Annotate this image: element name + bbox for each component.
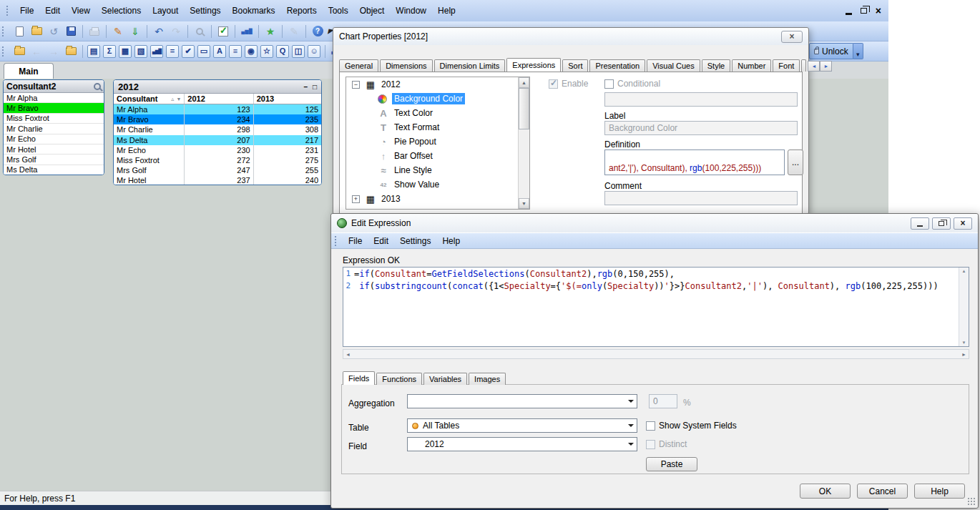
menu-item-reports[interactable]: Reports <box>281 4 323 18</box>
table-cell[interactable]: 235 <box>254 114 321 124</box>
menu-item-edit[interactable]: Edit <box>39 4 66 18</box>
save-icon[interactable] <box>63 24 79 39</box>
dropdown-arrow-icon[interactable] <box>624 395 637 408</box>
table-cell[interactable]: 217 <box>254 135 321 145</box>
tab-images[interactable]: Images <box>469 373 506 385</box>
tab-general[interactable]: General <box>339 59 378 72</box>
bookmark-star-icon[interactable]: ★ <box>263 24 278 39</box>
menu-item-file[interactable]: File <box>343 234 368 248</box>
aggregation-combo[interactable] <box>407 394 637 408</box>
edit-layout-icon[interactable]: ✎ <box>110 24 126 39</box>
close-window-icon[interactable]: × <box>876 6 881 15</box>
tree-item-bar-offset[interactable]: ↑Bar Offset <box>346 149 529 163</box>
minimize-window-icon[interactable] <box>846 13 852 15</box>
tab-fields[interactable]: Fields <box>343 371 375 385</box>
table-cell[interactable]: 308 <box>254 124 321 134</box>
help-icon[interactable]: ? <box>310 24 325 39</box>
quick-chart-wizard-icon[interactable]: ▄▆█ <box>239 24 255 39</box>
enable-checkbox[interactable]: Enable <box>549 79 588 89</box>
tab-variables[interactable]: Variables <box>423 373 467 385</box>
listbox-item-mrs-golf[interactable]: Mrs Golf <box>4 155 104 165</box>
table-cell[interactable]: 247 <box>185 165 253 175</box>
restore-window-icon[interactable] <box>861 8 867 14</box>
tab-style[interactable]: Style <box>702 59 730 72</box>
expression-editor[interactable]: 1=if(Consultant=GetFieldSelections(Consu… <box>343 267 969 347</box>
chart-properties-title-bar[interactable]: Chart Properties [2012] × <box>333 28 808 45</box>
tree-expander-icon[interactable]: − <box>352 81 360 89</box>
create-current-selections-box-icon[interactable]: ✔ <box>181 44 195 59</box>
table-cell[interactable]: 234 <box>185 114 253 124</box>
column-dropdown-icon[interactable]: ▼ <box>176 97 181 102</box>
table-cell[interactable]: Mr Hotel <box>114 175 185 185</box>
sheet-tab-main[interactable]: Main <box>4 63 54 79</box>
menu-item-help[interactable]: Help <box>432 4 461 18</box>
listbox-item-mr-bravo[interactable]: Mr Bravo <box>4 103 104 113</box>
table-row-miss-foxtrot[interactable]: Miss Foxtrot272275 <box>114 155 321 165</box>
table-cell[interactable]: Ms Delta <box>114 135 185 145</box>
export-icon[interactable]: ⇓ <box>127 24 143 39</box>
paste-button[interactable]: Paste <box>646 457 697 471</box>
tree-node-2013[interactable]: +▦2013 <box>346 192 529 206</box>
conditional-checkbox[interactable]: Conditional <box>604 79 660 89</box>
definition-ellipsis-button[interactable]: ... <box>788 149 803 175</box>
scroll-up-icon[interactable]: ▲ <box>519 77 529 88</box>
tab-scroll-right-icon[interactable]: ► <box>820 61 832 72</box>
dialog-close-button[interactable]: × <box>781 31 803 43</box>
column-header-2013[interactable]: 2013 <box>254 94 321 104</box>
resize-grip[interactable] <box>967 497 976 506</box>
table-cell[interactable]: 123 <box>185 104 253 114</box>
table-cell[interactable]: 125 <box>254 104 321 114</box>
table-cell[interactable]: Miss Foxtrot <box>114 155 185 165</box>
comment-field[interactable] <box>604 191 798 205</box>
create-table-box-icon[interactable]: ▦ <box>118 44 132 59</box>
tab-font[interactable]: Font <box>773 59 800 72</box>
table-cell[interactable]: 231 <box>254 145 321 155</box>
editor-horizontal-scrollbar[interactable]: ◄ ► <box>343 349 969 359</box>
menu-item-settings[interactable]: Settings <box>394 234 436 248</box>
table-combo[interactable]: All Tables <box>407 418 637 433</box>
sheet-properties-icon[interactable] <box>63 44 79 59</box>
table-row-mr-charlie[interactable]: Mr Charlie298308 <box>114 124 321 134</box>
definition-field[interactable]: ant2,'|'), Consultant), rgb(100,225,255)… <box>604 149 785 175</box>
dialog-close-button[interactable]: × <box>954 217 972 230</box>
tab-visual-cues[interactable]: Visual Cues <box>647 59 700 72</box>
tab-expressions[interactable]: Expressions <box>506 58 561 72</box>
ok-button[interactable]: OK <box>800 484 851 499</box>
dialog-maximize-button[interactable] <box>932 217 951 230</box>
scroll-left-icon[interactable]: ◄ <box>346 352 351 357</box>
menu-item-selections[interactable]: Selections <box>96 4 147 18</box>
column-header-consultant[interactable]: Consultant▵▼ <box>114 94 185 104</box>
menu-item-object[interactable]: Object <box>354 4 391 18</box>
table-cell[interactable]: 230 <box>185 145 253 155</box>
dropdown-arrow-icon[interactable] <box>624 438 637 451</box>
dropdown-arrow-icon[interactable] <box>624 419 637 432</box>
create-container-icon[interactable]: ◫ <box>291 44 305 59</box>
create-multi-box-icon[interactable]: ≡ <box>228 44 242 59</box>
edit-expression-title-bar[interactable]: Edit Expression × <box>331 214 978 232</box>
menu-item-file[interactable]: File <box>14 4 39 18</box>
listbox-item-mr-charlie[interactable]: Mr Charlie <box>4 124 104 134</box>
scroll-right-icon[interactable]: ► <box>961 352 966 357</box>
menu-item-bookmarks[interactable]: Bookmarks <box>227 4 281 18</box>
tab-la[interactable]: La <box>801 59 806 72</box>
table-cell[interactable]: 255 <box>254 165 321 175</box>
table-cell[interactable]: Mr Charlie <box>114 124 185 134</box>
create-listbox-icon[interactable]: ▤ <box>87 44 101 59</box>
listbox-caption[interactable]: Consultant2 <box>4 80 104 93</box>
table-row-mrs-golf[interactable]: Mrs Golf247255 <box>114 165 321 175</box>
create-chart-icon[interactable]: ▄▆█ <box>150 44 164 59</box>
table-row-mr-alpha[interactable]: Mr Alpha123125 <box>114 104 321 114</box>
listbox-item-mr-alpha[interactable]: Mr Alpha <box>4 93 104 103</box>
unlock-dropdown-button[interactable]: ▾ <box>853 43 863 59</box>
create-statistics-box-icon[interactable]: Σ <box>102 44 117 59</box>
scrollbar-thumb[interactable] <box>519 88 529 129</box>
scroll-down-icon[interactable]: ▼ <box>519 198 529 209</box>
show-system-fields-checkbox[interactable]: Show System Fields <box>646 421 737 431</box>
tab-scroll-left-icon[interactable]: ◄ <box>808 61 820 72</box>
menu-item-tools[interactable]: Tools <box>323 4 354 18</box>
tree-expander-icon[interactable]: + <box>352 195 360 203</box>
menu-item-window[interactable]: Window <box>390 4 432 18</box>
current-selections-icon[interactable] <box>215 24 231 39</box>
field-combo[interactable]: 2012 <box>407 437 637 451</box>
menu-item-help[interactable]: Help <box>436 234 466 248</box>
